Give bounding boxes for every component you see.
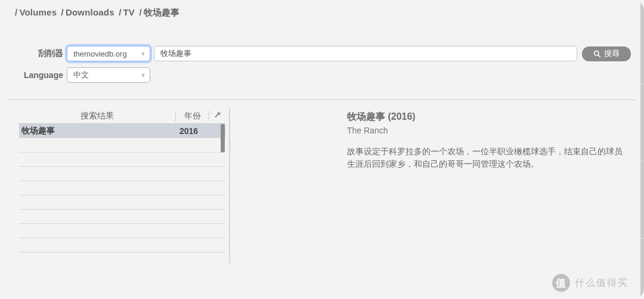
search-form: 刮削器 themoviedb.org ▼ 搜尋 Language 中文 ▼ [0,28,644,99]
result-year: 2016 [175,126,209,136]
breadcrumb: /Volumes /Downloads /TV /牧场趣事 [0,0,644,28]
breadcrumb-part[interactable]: 牧场趣事 [144,7,180,17]
scraper-select[interactable]: themoviedb.org ▼ [67,46,150,61]
table-row-empty [19,195,225,210]
search-icon [593,50,601,58]
results-scrollbar[interactable] [220,124,226,255]
result-title: 牧场趣事 [19,126,175,136]
breadcrumb-part[interactable]: Downloads [66,7,114,17]
table-row-empty [19,167,225,181]
detail-title: 牧场趣事 (2016) [347,111,625,123]
svg-point-0 [595,51,599,55]
detail-panel: 牧场趣事 (2016) The Ranch 故事设定于科罗拉多的一个农场，一位半… [234,100,636,279]
vertical-divider [225,100,234,279]
content: 搜索结果 年份 牧场趣事2016 牧场趣事 (2016) The Ranch 故… [0,100,644,279]
table-row-empty [19,210,225,224]
scraper-label: 刮削器 [13,48,67,59]
watermark: 值 什么值得买 [552,274,628,292]
language-select-value: 中文 [73,70,89,80]
search-button-label: 搜尋 [604,48,620,59]
results-col-title[interactable]: 搜索结果 [19,111,175,122]
table-row-empty [19,238,225,253]
table-row-empty [19,152,225,167]
scraper-select-value: themoviedb.org [73,49,127,58]
search-button[interactable]: 搜尋 [582,46,631,61]
table-row-empty [19,224,225,238]
scrollbar-thumb[interactable] [221,124,225,152]
results-panel: 搜索结果 年份 牧场趣事2016 [8,100,225,279]
breadcrumb-part[interactable]: Volumes [19,7,57,17]
watermark-text: 什么值得买 [575,277,628,289]
chevron-down-icon: ▼ [140,51,146,57]
chevron-down-icon: ▼ [140,72,146,79]
table-row[interactable]: 牧场趣事2016 [19,124,225,138]
results-col-tools[interactable] [209,111,225,121]
watermark-badge: 值 [552,274,570,292]
table-row-empty [19,138,225,152]
results-col-year[interactable]: 年份 [175,111,209,122]
detail-description: 故事设定于科罗拉多的一个农场，一位半职业橄榄球选手，结束自己的球员生涯后回到家乡… [347,146,625,171]
detail-subtitle: The Ranch [347,126,625,135]
results-header: 搜索结果 年份 [19,108,225,124]
language-select[interactable]: 中文 ▼ [67,67,150,83]
table-row-empty [19,181,225,195]
svg-line-1 [599,55,600,57]
wrench-icon [213,111,222,121]
language-label: Language [13,70,67,80]
window-scrollbar[interactable] [640,0,644,299]
breadcrumb-part[interactable]: TV [123,7,135,17]
results-body: 牧场趣事2016 [19,124,225,255]
search-input[interactable] [154,46,577,61]
